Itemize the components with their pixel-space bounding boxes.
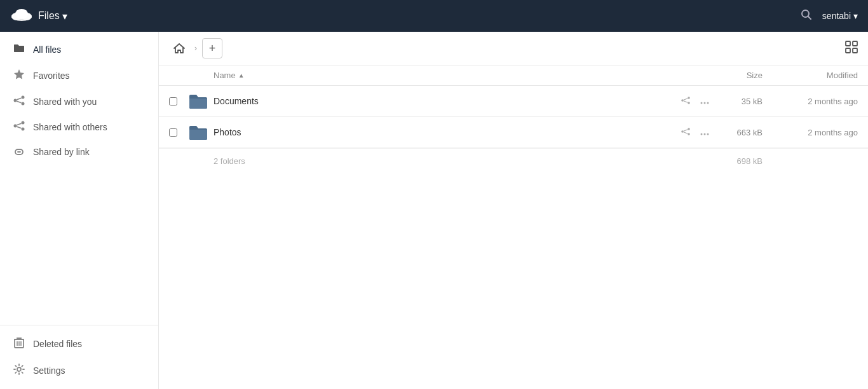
sidebar-item-shared-with-others-label: Shared with others	[33, 122, 107, 132]
table-row[interactable]: Photos	[159, 117, 868, 148]
svg-line-39	[684, 132, 688, 133]
svg-line-5	[808, 16, 811, 19]
share-button-photos[interactable]	[679, 125, 693, 140]
svg-line-30	[684, 99, 688, 100]
summary-label: 2 folders	[214, 156, 661, 166]
sidebar-item-all-files-label: All files	[33, 44, 61, 55]
more-button-photos[interactable]	[698, 125, 712, 140]
svg-line-15	[17, 123, 22, 125]
user-dropdown-icon: ▾	[853, 11, 858, 21]
svg-point-8	[22, 96, 25, 99]
svg-rect-25	[846, 48, 850, 53]
file-modified-documents: 2 months ago	[763, 97, 858, 106]
svg-rect-24	[853, 41, 857, 46]
svg-point-13	[22, 121, 25, 125]
add-icon: +	[209, 42, 216, 55]
trash-icon	[13, 337, 25, 351]
svg-line-10	[17, 98, 22, 100]
sidebar-item-favorites-label: Favorites	[33, 71, 70, 81]
files-label: Files	[38, 10, 60, 22]
svg-rect-23	[846, 41, 850, 46]
checkbox-documents[interactable]	[169, 97, 177, 106]
share-icon	[13, 95, 25, 108]
grid-view-button[interactable]	[845, 41, 858, 57]
file-actions-documents	[661, 93, 712, 109]
search-button[interactable]	[801, 9, 812, 24]
svg-point-41	[704, 133, 706, 135]
file-summary: 2 folders 698 kB	[159, 148, 868, 174]
svg-point-32	[701, 102, 703, 104]
share-button-documents[interactable]	[679, 93, 693, 109]
sidebar-item-shared-with-others[interactable]: Shared with others	[0, 114, 158, 140]
checkbox-photos[interactable]	[169, 128, 177, 137]
svg-line-16	[17, 126, 22, 128]
files-dropdown-icon: ▾	[62, 10, 67, 22]
svg-point-14	[22, 128, 25, 131]
sidebar: All files Favorites Shared with you	[0, 32, 159, 389]
add-button[interactable]: +	[202, 38, 222, 58]
svg-rect-26	[853, 48, 857, 53]
app-logo[interactable]	[10, 6, 33, 25]
svg-point-22	[17, 367, 21, 371]
svg-point-27	[681, 99, 684, 102]
svg-point-42	[707, 133, 709, 135]
sidebar-item-shared-with-you-label: Shared with you	[33, 97, 97, 107]
file-size-documents: 35 kB	[712, 97, 763, 106]
file-modified-photos: 2 months ago	[763, 128, 858, 137]
row-checkbox-photos[interactable]	[169, 128, 188, 137]
sidebar-item-favorites[interactable]: Favorites	[0, 62, 158, 89]
header-name-col[interactable]: Name ▲	[214, 71, 661, 80]
header-modified-col: Modified	[763, 71, 858, 80]
file-list: Name ▲ Size Modified	[159, 65, 868, 389]
svg-line-38	[684, 130, 688, 131]
svg-marker-6	[14, 69, 24, 79]
folder-icon-photos	[188, 123, 214, 141]
file-list-header: Name ▲ Size Modified	[159, 65, 868, 86]
sidebar-item-shared-by-link[interactable]: Shared by link	[0, 140, 158, 164]
svg-point-37	[688, 133, 690, 135]
svg-point-40	[701, 133, 703, 135]
svg-point-34	[707, 102, 709, 104]
files-menu[interactable]: Files ▾	[38, 10, 67, 22]
svg-point-29	[688, 102, 690, 104]
file-size-photos: 663 kB	[712, 128, 763, 137]
svg-point-36	[688, 128, 690, 130]
star-icon	[13, 69, 25, 83]
svg-point-12	[14, 125, 17, 128]
row-checkbox-documents[interactable]	[169, 97, 188, 106]
svg-line-11	[17, 101, 22, 103]
sidebar-item-settings[interactable]: Settings	[0, 357, 158, 384]
summary-size: 698 kB	[712, 156, 763, 166]
svg-point-3	[15, 9, 28, 19]
svg-point-28	[688, 97, 690, 99]
gear-icon	[13, 364, 25, 378]
sidebar-item-deleted-files-label: Deleted files	[33, 339, 82, 349]
file-actions-photos	[661, 125, 712, 140]
user-name: sentabi	[822, 11, 851, 21]
more-button-documents[interactable]	[698, 93, 712, 109]
top-navigation: Files ▾ sentabi ▾	[0, 0, 868, 32]
main-content: › + Name ▲	[159, 32, 868, 389]
sidebar-item-deleted-files[interactable]: Deleted files	[0, 331, 158, 357]
svg-point-7	[14, 99, 17, 102]
header-size-col: Size	[712, 71, 763, 80]
svg-point-33	[704, 102, 706, 104]
share-alt-icon	[13, 121, 25, 133]
topnav-right: sentabi ▾	[801, 9, 858, 24]
user-menu[interactable]: sentabi ▾	[822, 11, 858, 21]
home-button[interactable]	[169, 38, 189, 58]
link-icon	[13, 146, 25, 158]
modified-col-label: Modified	[827, 71, 858, 80]
sidebar-bottom: Deleted files Settings	[0, 325, 158, 384]
table-row[interactable]: Documents	[159, 86, 868, 117]
svg-point-35	[681, 130, 684, 133]
folder-icon	[13, 43, 25, 56]
breadcrumb-bar: › +	[159, 32, 868, 65]
main-layout: All files Favorites Shared with you	[0, 32, 868, 389]
size-col-label: Size	[747, 71, 763, 80]
sidebar-item-settings-label: Settings	[33, 365, 65, 376]
sidebar-item-shared-with-you[interactable]: Shared with you	[0, 89, 158, 114]
sidebar-item-shared-by-link-label: Shared by link	[33, 147, 90, 157]
sidebar-item-all-files[interactable]: All files	[0, 37, 158, 62]
sort-ascending-icon: ▲	[238, 72, 245, 79]
